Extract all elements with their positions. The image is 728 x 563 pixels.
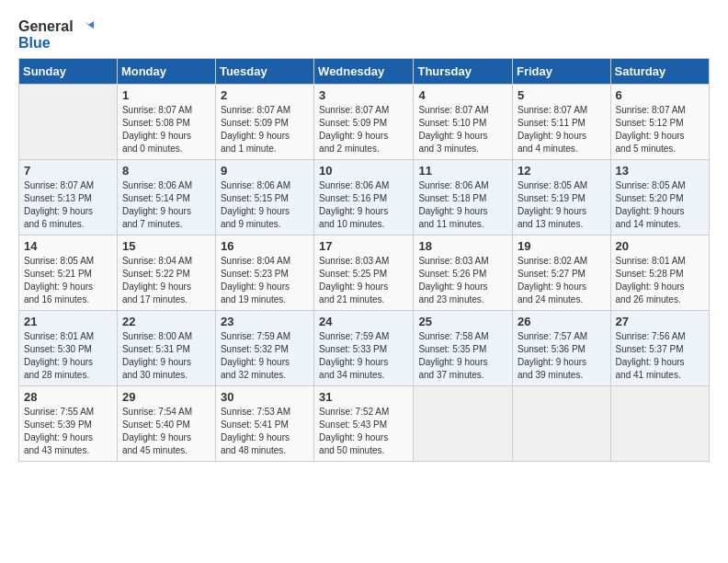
day-number: 11 — [418, 164, 507, 178]
weekday-header-row: SundayMondayTuesdayWednesdayThursdayFrid… — [19, 59, 710, 85]
day-number: 1 — [122, 88, 210, 102]
day-number: 10 — [319, 164, 408, 178]
calendar-cell: 19Sunrise: 8:02 AMSunset: 5:27 PMDayligh… — [513, 236, 611, 311]
day-number: 28 — [24, 390, 112, 404]
calendar-cell: 29Sunrise: 7:54 AMSunset: 5:40 PMDayligh… — [117, 386, 215, 462]
day-info: Sunrise: 8:05 AMSunset: 5:19 PMDaylight:… — [518, 179, 606, 231]
calendar-cell: 31Sunrise: 7:52 AMSunset: 5:43 PMDayligh… — [314, 386, 414, 462]
calendar-cell — [19, 85, 118, 160]
day-info: Sunrise: 7:57 AMSunset: 5:36 PMDaylight:… — [518, 330, 606, 382]
day-info: Sunrise: 8:05 AMSunset: 5:20 PMDaylight:… — [616, 179, 704, 231]
day-number: 24 — [319, 315, 408, 328]
logo: General Blue — [18, 18, 94, 51]
logo-general: General — [18, 18, 74, 35]
weekday-header-sunday: Sunday — [19, 59, 118, 85]
calendar-cell: 12Sunrise: 8:05 AMSunset: 5:19 PMDayligh… — [513, 160, 611, 236]
calendar-cell: 3Sunrise: 8:07 AMSunset: 5:09 PMDaylight… — [314, 85, 414, 160]
calendar-cell: 6Sunrise: 8:07 AMSunset: 5:12 PMDaylight… — [610, 85, 709, 160]
svg-marker-1 — [88, 21, 94, 29]
day-number: 20 — [616, 239, 704, 253]
day-info: Sunrise: 8:02 AMSunset: 5:27 PMDaylight:… — [518, 255, 606, 306]
day-info: Sunrise: 7:54 AMSunset: 5:40 PMDaylight:… — [122, 406, 210, 457]
day-info: Sunrise: 7:53 AMSunset: 5:41 PMDaylight:… — [221, 406, 309, 457]
calendar-cell: 17Sunrise: 8:03 AMSunset: 5:25 PMDayligh… — [314, 236, 414, 311]
day-number: 27 — [616, 315, 704, 328]
day-number: 16 — [221, 239, 309, 253]
day-number: 26 — [518, 315, 606, 328]
calendar-cell — [610, 386, 709, 462]
day-number: 22 — [122, 315, 210, 328]
calendar-cell: 7Sunrise: 8:07 AMSunset: 5:13 PMDaylight… — [19, 160, 118, 236]
calendar-cell: 26Sunrise: 7:57 AMSunset: 5:36 PMDayligh… — [513, 311, 611, 386]
day-number: 14 — [24, 239, 112, 253]
day-number: 23 — [221, 315, 309, 328]
calendar-week-2: 7Sunrise: 8:07 AMSunset: 5:13 PMDaylight… — [19, 160, 710, 236]
day-number: 30 — [221, 390, 309, 404]
day-info: Sunrise: 7:52 AMSunset: 5:43 PMDaylight:… — [319, 406, 408, 457]
day-number: 13 — [616, 164, 704, 178]
weekday-header-saturday: Saturday — [610, 59, 709, 85]
calendar-cell: 28Sunrise: 7:55 AMSunset: 5:39 PMDayligh… — [19, 386, 118, 462]
day-number: 19 — [518, 239, 606, 253]
calendar-cell: 30Sunrise: 7:53 AMSunset: 5:41 PMDayligh… — [215, 386, 313, 462]
calendar-cell — [513, 386, 611, 462]
weekday-header-wednesday: Wednesday — [314, 59, 414, 85]
calendar-cell: 1Sunrise: 8:07 AMSunset: 5:08 PMDaylight… — [117, 85, 215, 160]
calendar-cell: 21Sunrise: 8:01 AMSunset: 5:30 PMDayligh… — [19, 311, 118, 386]
day-info: Sunrise: 8:04 AMSunset: 5:22 PMDaylight:… — [122, 255, 210, 306]
day-number: 2 — [221, 88, 309, 102]
day-number: 7 — [24, 164, 112, 178]
calendar-week-3: 14Sunrise: 8:05 AMSunset: 5:21 PMDayligh… — [19, 236, 710, 311]
calendar-cell: 18Sunrise: 8:03 AMSunset: 5:26 PMDayligh… — [414, 236, 513, 311]
logo-container: General Blue — [18, 18, 94, 51]
calendar-week-1: 1Sunrise: 8:07 AMSunset: 5:08 PMDaylight… — [19, 85, 710, 160]
day-number: 25 — [418, 315, 507, 328]
calendar-cell: 22Sunrise: 8:00 AMSunset: 5:31 PMDayligh… — [117, 311, 215, 386]
day-number: 12 — [518, 164, 606, 178]
calendar-cell: 9Sunrise: 8:06 AMSunset: 5:15 PMDaylight… — [215, 160, 313, 236]
calendar-cell: 27Sunrise: 7:56 AMSunset: 5:37 PMDayligh… — [610, 311, 709, 386]
logo-blue-text: Blue — [18, 35, 51, 52]
day-info: Sunrise: 7:59 AMSunset: 5:32 PMDaylight:… — [221, 330, 309, 382]
calendar-cell: 20Sunrise: 8:01 AMSunset: 5:28 PMDayligh… — [610, 236, 709, 311]
calendar-cell: 25Sunrise: 7:58 AMSunset: 5:35 PMDayligh… — [414, 311, 513, 386]
day-info: Sunrise: 8:05 AMSunset: 5:21 PMDaylight:… — [24, 255, 112, 306]
weekday-header-thursday: Thursday — [414, 59, 513, 85]
page-header: General Blue — [18, 18, 710, 51]
logo-bird-icon — [75, 19, 94, 34]
day-number: 4 — [418, 88, 507, 102]
calendar-cell: 5Sunrise: 8:07 AMSunset: 5:11 PMDaylight… — [513, 85, 611, 160]
day-number: 18 — [418, 239, 507, 253]
day-number: 15 — [122, 239, 210, 253]
calendar-cell: 16Sunrise: 8:04 AMSunset: 5:23 PMDayligh… — [215, 236, 313, 311]
day-info: Sunrise: 8:07 AMSunset: 5:13 PMDaylight:… — [24, 179, 112, 231]
day-info: Sunrise: 8:07 AMSunset: 5:11 PMDaylight:… — [518, 104, 606, 155]
day-number: 6 — [616, 88, 704, 102]
day-info: Sunrise: 8:07 AMSunset: 5:09 PMDaylight:… — [319, 104, 408, 155]
day-info: Sunrise: 8:01 AMSunset: 5:28 PMDaylight:… — [616, 255, 704, 306]
calendar-week-5: 28Sunrise: 7:55 AMSunset: 5:39 PMDayligh… — [19, 386, 710, 462]
day-number: 17 — [319, 239, 408, 253]
day-info: Sunrise: 8:06 AMSunset: 5:18 PMDaylight:… — [418, 179, 507, 231]
day-info: Sunrise: 8:07 AMSunset: 5:12 PMDaylight:… — [616, 104, 704, 155]
day-info: Sunrise: 8:00 AMSunset: 5:31 PMDaylight:… — [122, 330, 210, 382]
weekday-header-friday: Friday — [513, 59, 611, 85]
day-info: Sunrise: 8:06 AMSunset: 5:16 PMDaylight:… — [319, 179, 408, 231]
day-info: Sunrise: 8:07 AMSunset: 5:09 PMDaylight:… — [221, 104, 309, 155]
day-info: Sunrise: 8:06 AMSunset: 5:15 PMDaylight:… — [221, 179, 309, 231]
calendar-cell: 2Sunrise: 8:07 AMSunset: 5:09 PMDaylight… — [215, 85, 313, 160]
day-info: Sunrise: 8:07 AMSunset: 5:08 PMDaylight:… — [122, 104, 210, 155]
calendar-cell: 4Sunrise: 8:07 AMSunset: 5:10 PMDaylight… — [414, 85, 513, 160]
day-info: Sunrise: 7:59 AMSunset: 5:33 PMDaylight:… — [319, 330, 408, 382]
calendar-cell: 24Sunrise: 7:59 AMSunset: 5:33 PMDayligh… — [314, 311, 414, 386]
day-number: 21 — [24, 315, 112, 328]
weekday-header-monday: Monday — [117, 59, 215, 85]
day-info: Sunrise: 8:06 AMSunset: 5:14 PMDaylight:… — [122, 179, 210, 231]
day-info: Sunrise: 7:58 AMSunset: 5:35 PMDaylight:… — [418, 330, 507, 382]
calendar-cell: 15Sunrise: 8:04 AMSunset: 5:22 PMDayligh… — [117, 236, 215, 311]
calendar-cell — [414, 386, 513, 462]
calendar-cell: 11Sunrise: 8:06 AMSunset: 5:18 PMDayligh… — [414, 160, 513, 236]
day-info: Sunrise: 8:03 AMSunset: 5:25 PMDaylight:… — [319, 255, 408, 306]
day-info: Sunrise: 8:07 AMSunset: 5:10 PMDaylight:… — [418, 104, 507, 155]
weekday-header-tuesday: Tuesday — [215, 59, 313, 85]
